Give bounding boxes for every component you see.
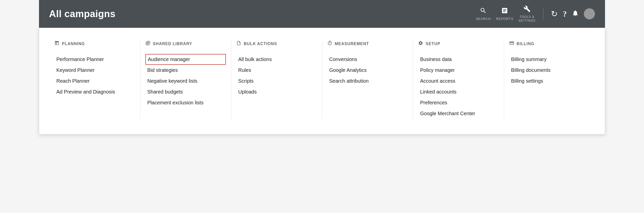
menu-item-placement-exclusion-lists[interactable]: Placement exclusion lists (145, 97, 226, 108)
menu-column-title-text-shared-library: SHARED LIBRARY (153, 42, 192, 46)
menu-column-title-bulk-actions: BULK ACTIONS (236, 41, 317, 47)
header-action-icons: ↻ ? (551, 8, 595, 19)
menu-column-shared-library: SHARED LIBRARYAudience managerBid strate… (140, 41, 231, 119)
page-title: All campaigns (49, 9, 115, 19)
menu-item-google-merchant-center[interactable]: Google Merchant Center (418, 108, 499, 119)
menu-item-bid-strategies[interactable]: Bid strategies (145, 65, 226, 76)
measurement-column-icon (327, 41, 332, 47)
menu-column-title-shared-library: SHARED LIBRARY (145, 41, 226, 47)
bulk-actions-column-icon (236, 41, 241, 47)
menu-item-scripts[interactable]: Scripts (236, 76, 317, 86)
menu-item-ad-preview-diagnosis[interactable]: Ad Preview and Diagnosis (54, 86, 135, 97)
menu-column-title-text-billing: BILLING (517, 42, 535, 46)
menu-item-keyword-planner[interactable]: Keyword Planner (54, 65, 135, 76)
tools-icon (524, 5, 531, 14)
header-nav-icons: SEARCH REPORTS TOOLS &SETTINGS ↻ (476, 5, 595, 22)
menu-column-measurement: MEASUREMENTConversionsGoogle AnalyticsSe… (322, 41, 413, 119)
menu-item-rules[interactable]: Rules (236, 65, 317, 76)
help-icon[interactable]: ? (563, 9, 567, 19)
menu-column-bulk-actions: BULK ACTIONSAll bulk actionsRulesScripts… (231, 41, 322, 119)
notification-icon[interactable] (572, 10, 579, 18)
menu-item-business-data[interactable]: Business data (418, 54, 499, 65)
menu-item-google-analytics[interactable]: Google Analytics (327, 65, 408, 76)
refresh-icon[interactable]: ↻ (551, 9, 558, 19)
menu-item-shared-budgets[interactable]: Shared budgets (145, 86, 226, 97)
menu-item-billing-settings[interactable]: Billing settings (509, 76, 590, 86)
header-divider (543, 8, 543, 20)
tools-nav-button[interactable]: TOOLS &SETTINGS (518, 5, 536, 22)
menu-column-title-text-measurement: MEASUREMENT (335, 42, 369, 46)
menu-column-title-planning: PLANNING (54, 41, 135, 47)
menu-item-uploads[interactable]: Uploads (236, 86, 317, 97)
menu-item-account-access[interactable]: Account access (418, 76, 499, 86)
search-nav-label: SEARCH (476, 17, 491, 21)
menu-column-title-text-planning: PLANNING (62, 42, 85, 46)
reports-icon (501, 7, 508, 16)
menu-column-title-setup: SETUP (418, 41, 499, 47)
menu-item-billing-documents[interactable]: Billing documents (509, 65, 590, 76)
menu-item-preferences[interactable]: Preferences (418, 97, 499, 108)
menu-column-title-text-bulk-actions: BULK ACTIONS (244, 42, 277, 46)
shared-library-column-icon (145, 41, 150, 47)
menu-item-performance-planner[interactable]: Performance Planner (54, 54, 135, 65)
menu-column-billing: BILLINGBilling summaryBilling documentsB… (504, 41, 595, 119)
header: All campaigns SEARCH REPORTS (39, 0, 605, 28)
planning-column-icon (54, 41, 59, 47)
menu-item-reach-planner[interactable]: Reach Planner (54, 76, 135, 86)
tools-nav-label: TOOLS &SETTINGS (518, 15, 536, 22)
menu-item-negative-keyword-lists[interactable]: Negative keyword lists (145, 76, 226, 86)
menu-column-title-text-setup: SETUP (426, 42, 440, 46)
reports-nav-button[interactable]: REPORTS (496, 7, 513, 21)
menu-item-search-attribution[interactable]: Search attribution (327, 76, 408, 86)
menu-column-planning: PLANNINGPerformance PlannerKeyword Plann… (49, 41, 140, 119)
menu-item-policy-manager[interactable]: Policy manager (418, 65, 499, 76)
menu-item-conversions[interactable]: Conversions (327, 54, 408, 65)
reports-nav-label: REPORTS (496, 17, 513, 21)
menu-item-all-bulk-actions[interactable]: All bulk actions (236, 54, 317, 65)
menu-column-title-billing: BILLING (509, 41, 590, 47)
search-icon (480, 7, 487, 16)
menu-column-setup: SETUPBusiness dataPolicy managerAccount … (413, 41, 504, 119)
billing-column-icon (509, 41, 514, 47)
menu-item-audience-manager[interactable]: Audience manager (145, 54, 226, 65)
tools-dropdown-menu: PLANNINGPerformance PlannerKeyword Plann… (39, 28, 605, 134)
setup-column-icon (418, 41, 423, 47)
menu-column-title-measurement: MEASUREMENT (327, 41, 408, 47)
menu-item-linked-accounts[interactable]: Linked accounts (418, 86, 499, 97)
menu-item-billing-summary[interactable]: Billing summary (509, 54, 590, 65)
search-nav-button[interactable]: SEARCH (476, 7, 491, 21)
avatar[interactable] (584, 8, 595, 19)
